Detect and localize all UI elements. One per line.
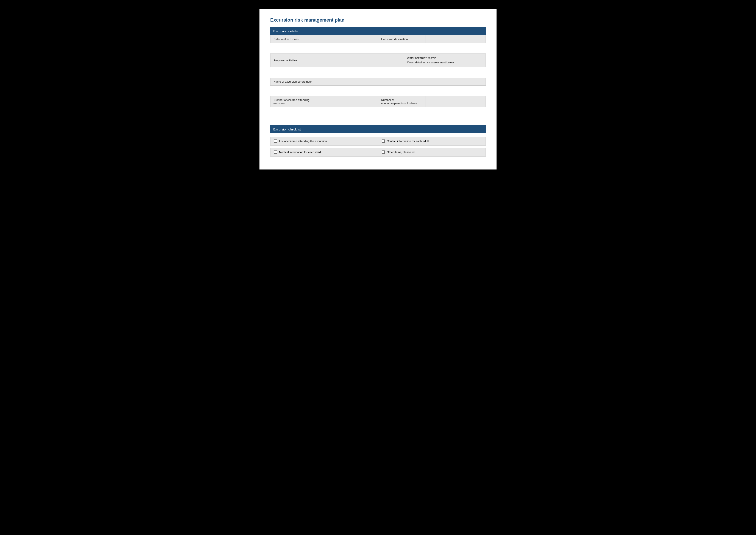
- checklist-label-medical-info: Medical information for each child: [279, 151, 321, 154]
- checklist-item-2-right: Other items, please list: [378, 148, 486, 156]
- checklist-label-list-children: List of children attending the excursion: [279, 140, 327, 143]
- checkbox-medical-info[interactable]: [274, 151, 277, 154]
- checklist-label-other-items: Other items, please list: [387, 151, 415, 154]
- checklist-row-2-table: Medical information for each child Other…: [270, 148, 486, 156]
- checklist-header: Excursion checklist: [270, 125, 486, 133]
- destination-label: Excursion destination: [378, 35, 425, 43]
- checklist-row-1-table: List of children attending the excursion…: [270, 137, 486, 146]
- num-children-value[interactable]: [318, 96, 378, 107]
- destination-value[interactable]: [425, 35, 486, 43]
- num-educators-value[interactable]: [425, 96, 486, 107]
- activities-water-table: Proposed activities Water hazards? Yes/N…: [270, 53, 486, 67]
- checkbox-contact-adults[interactable]: [382, 140, 385, 143]
- page-title: Excursion risk management plan: [270, 17, 486, 23]
- water-hazards-cell: Water hazards? Yes/No If yes, detail in …: [404, 54, 486, 67]
- coordinator-label: Name of excursion co-ordinator: [270, 78, 318, 85]
- activities-label: Proposed activities: [270, 54, 318, 67]
- page-container: Excursion risk management plan Excursion…: [259, 9, 497, 169]
- checklist-item-2-left: Medical information for each child: [270, 148, 378, 156]
- checkbox-list-children[interactable]: [274, 140, 277, 143]
- numbers-table: Number of children attending excursion N…: [270, 96, 486, 107]
- dates-value[interactable]: [318, 35, 378, 43]
- dates-destination-table: Date(s) of excursion Excursion destinati…: [270, 35, 486, 43]
- dates-label: Date(s) of excursion: [270, 35, 318, 43]
- checklist-item-1-right: Contact information for each adult: [378, 137, 486, 145]
- activities-value[interactable]: [318, 54, 404, 67]
- coordinator-table: Name of excursion co-ordinator: [270, 78, 486, 86]
- excursion-checklist-section: Excursion checklist List of children att…: [270, 125, 486, 156]
- checklist-label-contact-adults: Contact information for each adult: [387, 140, 429, 143]
- num-children-label: Number of children attending excursion: [270, 96, 318, 107]
- checklist-item-1-left: List of children attending the excursion: [270, 137, 378, 145]
- num-educators-label: Number of educators/parents/volunteers: [378, 96, 425, 107]
- excursion-details-header: Excursion details: [270, 27, 486, 35]
- coordinator-value[interactable]: [318, 78, 486, 85]
- water-hazards-label: Water hazards? Yes/No: [407, 56, 436, 60]
- water-hazards-detail: If yes, detail in risk assessment below.: [407, 61, 454, 64]
- excursion-details-section: Excursion details Date(s) of excursion E…: [270, 27, 486, 107]
- checkbox-other-items[interactable]: [382, 151, 385, 154]
